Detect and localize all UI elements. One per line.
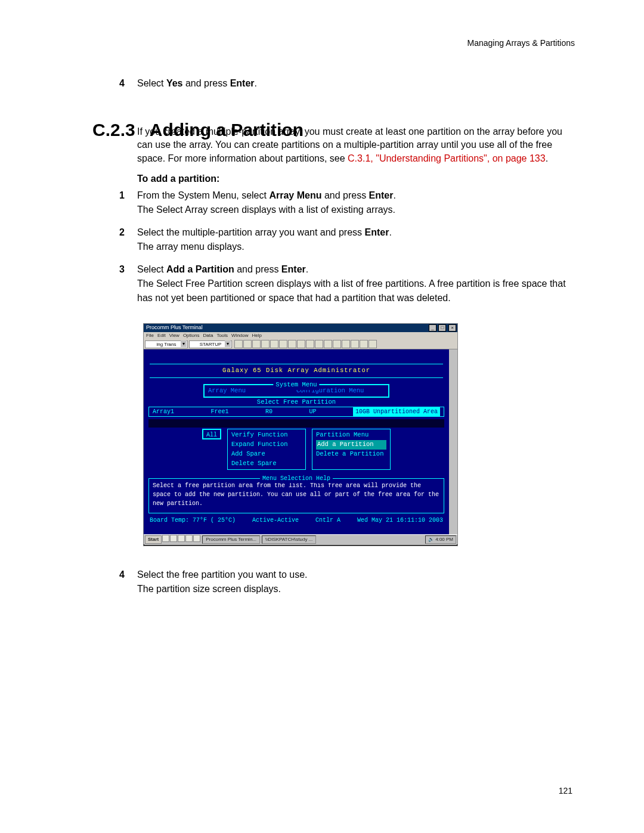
- step-2: 2 Select the multiple-partition array yo…: [137, 225, 572, 254]
- system-menu-label: System Menu: [273, 380, 319, 390]
- menu-item[interactable]: Tools: [216, 332, 228, 339]
- status-controller: Cntlr A: [315, 516, 340, 525]
- text: From the System Menu, select: [137, 190, 269, 200]
- taskbar-task[interactable]: Procomm Plus Termin...: [202, 535, 260, 544]
- close-icon[interactable]: ×: [448, 324, 456, 332]
- step-number: 1: [119, 188, 125, 203]
- toolbar-dropdown[interactable]: ing Trans: [145, 340, 188, 348]
- minimize-icon[interactable]: _: [429, 324, 436, 332]
- step-3: 3 Select Add a Partition and press Enter…: [137, 262, 572, 305]
- ql-icon[interactable]: [170, 535, 177, 542]
- toolbar-icon[interactable]: [342, 340, 350, 348]
- page-number: 121: [559, 785, 572, 797]
- all-box[interactable]: All: [202, 429, 221, 439]
- toolbar-icon[interactable]: [360, 340, 368, 348]
- system-tray[interactable]: 🔊 4:00 PM: [425, 535, 456, 544]
- toolbar-icon[interactable]: [369, 340, 377, 348]
- text: and press: [183, 78, 230, 88]
- cross-reference-link[interactable]: C.3.1, "Understanding Partitions", on pa…: [348, 153, 546, 163]
- partition-menu: Partition Menu Add a Partition Delete a …: [312, 429, 391, 470]
- menu-item[interactable]: Verify Function: [231, 431, 302, 440]
- menu-item-selected[interactable]: Add a Partition: [316, 440, 386, 450]
- function-menu: Verify Function Expand Function Add Spar…: [227, 429, 306, 470]
- substep-text: The array menu displays.: [137, 241, 244, 252]
- menu-item[interactable]: Data: [203, 332, 213, 339]
- window-toolbar: ing Trans STARTUP: [144, 339, 457, 349]
- window-menubar[interactable]: File Edit View Options Data Tools Window…: [144, 332, 457, 339]
- step-number: 2: [119, 225, 125, 240]
- toolbar-icons: [234, 340, 377, 348]
- terminal-title: Galaxy 65 Disk Array Administrator: [150, 364, 443, 378]
- running-header: Managing Arrays & Partitions: [467, 37, 575, 49]
- substep-text: The Select Array screen displays with a …: [137, 205, 395, 215]
- select-free-partition-label: Select Free Partition: [255, 398, 338, 405]
- toolbar-dropdown[interactable]: STARTUP: [189, 340, 232, 348]
- window-title: Procomm Plus Terminal: [146, 324, 203, 332]
- toolbar-icon[interactable]: [252, 340, 261, 348]
- step-1: 1 From the System Menu, select Array Men…: [137, 188, 572, 217]
- taskbar[interactable]: Start Procomm Plus Termin... \\DISKPATCH…: [144, 534, 457, 544]
- cell-raid: R0: [265, 407, 273, 416]
- menu-item[interactable]: File: [146, 332, 154, 339]
- step-number: 4: [119, 76, 125, 91]
- substep-text: The Select Free Partition screen display…: [137, 278, 566, 303]
- cell-size-highlighted: 10GB Unpartitioned Area: [353, 407, 440, 416]
- status-timestamp: Wed May 21 16:11:10 2003: [357, 516, 443, 525]
- text: .: [306, 264, 308, 274]
- toolbar-icon[interactable]: [243, 340, 252, 348]
- tray-clock: 4:00 PM: [435, 537, 453, 542]
- text: .: [255, 78, 257, 88]
- text: .: [389, 227, 391, 237]
- toolbar-icon[interactable]: [234, 340, 243, 348]
- menu-item[interactable]: View: [169, 332, 179, 339]
- text: Select: [137, 264, 166, 274]
- toolbar-icon[interactable]: [297, 340, 305, 348]
- section-number: C.2.3: [92, 120, 135, 140]
- window-titlebar[interactable]: Procomm Plus Terminal _ □ ×: [144, 324, 457, 332]
- taskbar-task[interactable]: \\DISKPATCH\study ...: [262, 535, 316, 544]
- toolbar-icon[interactable]: [315, 340, 323, 348]
- partition-row[interactable]: Array1 Free1 R0 UP 10GB Unpartitioned Ar…: [148, 407, 444, 417]
- toolbar-icon[interactable]: [333, 340, 341, 348]
- status-line: Board Temp: 77°F ( 25°C) Active-Active C…: [144, 516, 449, 525]
- menu-item[interactable]: Window: [231, 332, 248, 339]
- ql-icon[interactable]: [178, 535, 185, 542]
- terminal-area: Galaxy 65 Disk Array Administrator Syste…: [144, 349, 457, 534]
- terminal-screenshot: Procomm Plus Terminal _ □ × File Edit Vi…: [143, 323, 458, 546]
- ql-icon[interactable]: [185, 535, 193, 542]
- text: .: [546, 153, 548, 163]
- step-number: 4: [119, 568, 125, 582]
- toolbar-icon[interactable]: [270, 340, 278, 348]
- cell-array: Array1: [153, 407, 174, 416]
- menu-item[interactable]: Edit: [157, 332, 166, 339]
- menu-item[interactable]: Add Spare: [231, 450, 302, 459]
- tray-icon[interactable]: 🔊: [428, 537, 434, 542]
- toolbar-icon[interactable]: [288, 340, 296, 348]
- step-number: 3: [119, 262, 125, 277]
- ql-icon[interactable]: [162, 535, 169, 542]
- status-mode: Active-Active: [252, 516, 299, 525]
- menu-item[interactable]: Expand Function: [231, 440, 302, 450]
- status-temp: Board Temp: 77°F ( 25°C): [150, 516, 236, 525]
- text: and press: [321, 190, 369, 200]
- text-bold: Enter: [230, 78, 255, 88]
- toolbar-icon[interactable]: [324, 340, 332, 348]
- intro-paragraph: If you created a multiple-partition arra…: [137, 125, 572, 165]
- menu-item[interactable]: Delete a Partition: [316, 450, 386, 459]
- toolbar-icon[interactable]: [261, 340, 270, 348]
- toolbar-icon[interactable]: [306, 340, 314, 348]
- toolbar-icon[interactable]: [279, 340, 287, 348]
- menu-item[interactable]: Options: [183, 332, 200, 339]
- substep-text: The partition size screen displays.: [137, 584, 281, 594]
- text: .: [394, 190, 396, 200]
- menu-item[interactable]: Delete Spare: [231, 459, 302, 469]
- help-label: Menu Selection Help: [260, 474, 333, 483]
- start-button[interactable]: Start: [145, 535, 162, 544]
- step-4-pre: 4 Select Yes and press Enter.: [137, 76, 566, 91]
- toolbar-icon[interactable]: [351, 340, 359, 348]
- ql-icon[interactable]: [193, 535, 200, 542]
- maximize-icon[interactable]: □: [438, 324, 446, 332]
- menu-item[interactable]: Help: [252, 332, 262, 339]
- help-text: Select a free partition area from the li…: [153, 482, 439, 507]
- text-bold: Enter: [365, 227, 389, 237]
